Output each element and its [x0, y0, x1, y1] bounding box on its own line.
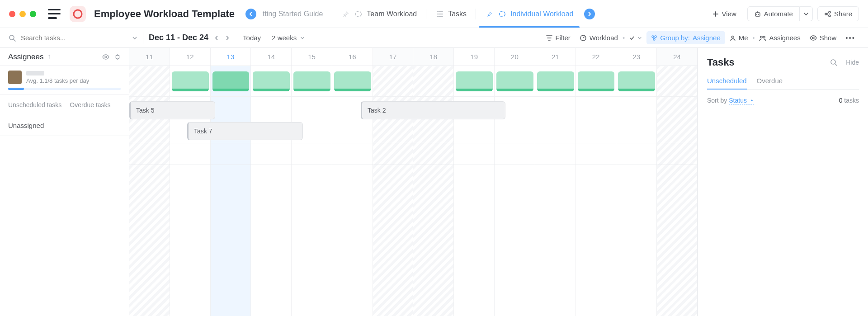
date-next[interactable]	[222, 33, 233, 43]
menu-icon[interactable]	[48, 9, 61, 19]
assignee-row[interactable]: Avg. 1.1/8 tasks per day	[0, 66, 129, 95]
unscheduled-tasks-link[interactable]: Unscheduled tasks	[8, 101, 61, 108]
svg-point-8	[829, 15, 830, 17]
share-icon	[824, 10, 831, 18]
row-divider	[129, 165, 698, 165]
timeline-column[interactable]	[251, 66, 292, 316]
tab-label: Individual Workload	[510, 10, 573, 18]
circle-icon	[72, 9, 83, 19]
workload-checkbox[interactable]	[629, 35, 635, 41]
task-count: 0	[839, 97, 843, 104]
share-button[interactable]: Share	[817, 6, 859, 21]
tab-separator	[476, 9, 476, 19]
tool-label: Filter	[555, 34, 570, 42]
search-dropdown[interactable]	[132, 35, 137, 41]
task-bar[interactable]: Task 2	[361, 101, 505, 119]
tab-individual-workload[interactable]: Individual Workload	[479, 1, 580, 27]
groupby-button[interactable]: Group by: Assignee	[646, 31, 725, 44]
svg-point-18	[105, 56, 107, 58]
button-label: View	[722, 10, 736, 18]
separator	[143, 32, 143, 44]
plus-icon	[712, 10, 719, 18]
date-prev[interactable]	[211, 33, 222, 43]
close-window[interactable]	[9, 11, 15, 17]
capacity-block	[496, 71, 533, 91]
view-button[interactable]: View	[706, 7, 743, 21]
svg-point-16	[763, 36, 765, 38]
hide-panel[interactable]: Hide	[846, 59, 859, 66]
button-label: Automate	[764, 10, 793, 18]
chevron-left-icon	[249, 12, 253, 16]
workload-icon	[354, 9, 363, 19]
more-menu[interactable]: •••	[841, 31, 860, 44]
space-logo[interactable]	[70, 6, 86, 22]
groupby-value: Assignee	[693, 34, 721, 42]
task-bar[interactable]: Task 7	[187, 122, 303, 140]
chevron-left-icon	[214, 36, 219, 40]
page-title: Employee Workload Template	[94, 8, 235, 20]
row-divider	[129, 143, 698, 143]
workload-settings[interactable]: Workload •	[575, 31, 646, 44]
visibility-toggle[interactable]	[102, 54, 110, 60]
panel-tab-unscheduled[interactable]: Unscheduled	[707, 77, 747, 89]
task-count-suffix: tasks	[844, 97, 859, 104]
automate-button[interactable]: Automate	[747, 6, 800, 21]
eye-icon	[810, 35, 817, 41]
date-range[interactable]: Dec 11 - Dec 24	[149, 33, 208, 42]
window-controls[interactable]	[9, 11, 36, 17]
day-header: 24	[657, 48, 698, 66]
tab-tasks[interactable]: Tasks	[429, 1, 473, 27]
workload-progress	[8, 88, 121, 90]
timeline-column[interactable]	[535, 66, 576, 316]
day-header: 22	[576, 48, 617, 66]
task-label: Task 7	[194, 127, 212, 135]
day-header: 16	[332, 48, 373, 66]
timeline-column[interactable]	[211, 66, 251, 316]
tabs-prev-arrow[interactable]	[245, 9, 256, 19]
tool-label: Show	[820, 34, 837, 42]
tab-team-workload[interactable]: Team Workload	[335, 1, 423, 27]
search-icon	[8, 34, 16, 42]
timeline-column[interactable]	[657, 66, 698, 316]
today-button[interactable]: Today	[237, 34, 266, 42]
panel-search[interactable]	[830, 58, 838, 66]
assignees-header: Assignees	[8, 52, 43, 61]
panel-tab-overdue[interactable]: Overdue	[757, 77, 783, 89]
tab-label: tting Started Guide	[263, 10, 323, 18]
overdue-tasks-link[interactable]: Overdue tasks	[70, 101, 110, 108]
svg-point-11	[652, 36, 654, 38]
timeline-column[interactable]	[616, 66, 657, 316]
show-button[interactable]: Show	[805, 31, 841, 44]
timeline-column[interactable]	[576, 66, 617, 316]
maximize-window[interactable]	[30, 11, 36, 17]
day-header: 13	[211, 48, 251, 66]
eye-icon	[102, 54, 110, 60]
timeline-column[interactable]	[292, 66, 332, 316]
span-selector[interactable]: 2 weeks	[266, 34, 310, 42]
filter-button[interactable]: Filter	[542, 31, 575, 44]
collapse-all[interactable]	[114, 54, 121, 60]
assignees-button[interactable]: Assignees	[755, 31, 805, 44]
svg-point-2	[500, 11, 505, 17]
chevron-down-icon	[300, 36, 305, 40]
sort-asc-icon	[750, 98, 754, 103]
day-header: 21	[535, 48, 576, 66]
minimize-window[interactable]	[19, 11, 26, 17]
tabs-next-arrow[interactable]	[584, 9, 595, 19]
me-button[interactable]: Me	[725, 31, 753, 44]
task-bar[interactable]: Task 5	[129, 101, 215, 119]
capacity-block	[375, 71, 412, 91]
svg-rect-3	[755, 13, 760, 16]
automate-dropdown[interactable]	[800, 6, 813, 21]
assignee-name	[26, 71, 44, 75]
tool-label: Me	[739, 34, 748, 42]
search-input[interactable]	[21, 34, 127, 42]
people-icon	[759, 35, 766, 41]
sort-by-value[interactable]: Status	[729, 97, 754, 105]
tab-getting-started[interactable]: tting Started Guide	[256, 1, 329, 27]
svg-point-0	[74, 10, 82, 18]
svg-point-13	[653, 38, 655, 40]
unassigned-row[interactable]: Unassigned	[0, 115, 129, 136]
group-icon	[651, 35, 657, 41]
capacity-block	[293, 71, 330, 91]
